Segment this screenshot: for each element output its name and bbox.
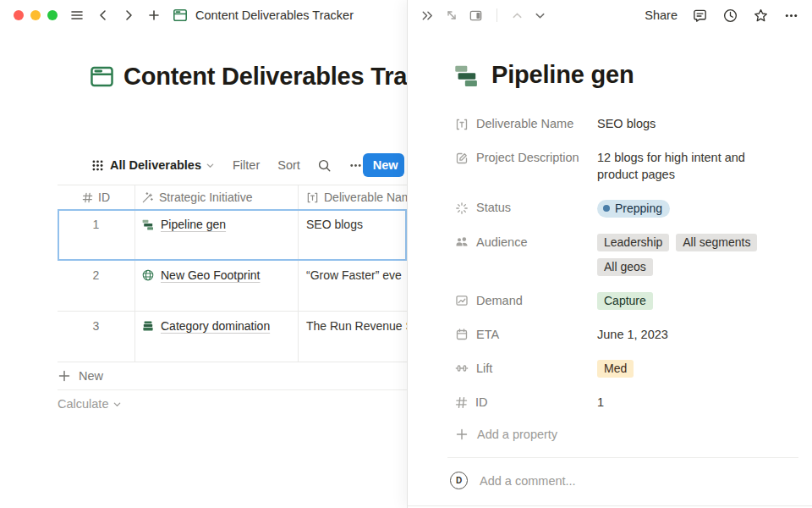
wand-icon (141, 191, 154, 204)
comments-icon[interactable] (692, 8, 708, 24)
pipeline-bars-icon[interactable] (453, 61, 480, 89)
toolbar-divider (497, 8, 497, 22)
share-button[interactable]: Share (645, 8, 678, 22)
cell-id[interactable]: 1 (58, 210, 135, 260)
sort-button[interactable]: Sort (277, 158, 300, 172)
title-icon (455, 118, 469, 131)
close-peek-double-chevron-icon[interactable] (420, 8, 435, 23)
new-record-button[interactable]: New (363, 153, 404, 177)
initiative-name: New Geo Footprint (161, 268, 261, 282)
minimize-window-button[interactable] (30, 10, 41, 20)
table-view-grid-icon (91, 159, 104, 172)
property-value[interactable]: 12 blogs for high intent and product pag… (597, 149, 787, 183)
add-property-label: Add a property (477, 428, 557, 441)
add-row-button[interactable]: New (58, 362, 407, 390)
property-value[interactable]: SEO blogs (597, 115, 656, 132)
previous-record-chevron-up-icon[interactable] (511, 9, 524, 22)
page-title[interactable]: Content Deliverables Tracker (123, 63, 407, 91)
cell-strategic-initiative[interactable]: Category domination (135, 312, 299, 362)
view-name[interactable]: All Deliverables (110, 158, 201, 172)
property-label[interactable]: Project Description (455, 149, 597, 167)
property-value[interactable]: June 1, 2023 (597, 326, 668, 343)
table-row[interactable]: 2 New Geo Footprint “Grow Faster” eve (58, 261, 407, 312)
database-table: ID Strategic Initiative Deliverable Name… (58, 185, 407, 362)
table-page-icon[interactable] (90, 64, 114, 89)
cell-deliverable-name[interactable]: The Run Revenue S (299, 312, 407, 362)
initiative-name: Pipeline gen (161, 218, 226, 231)
property-label[interactable]: ID (455, 394, 597, 411)
audience-tag[interactable]: All segments (676, 234, 757, 251)
property-name: Demand (476, 292, 523, 310)
property-label[interactable]: Deliverable Name (455, 115, 597, 133)
cell-deliverable-name[interactable]: SEO blogs (299, 210, 407, 260)
record-title[interactable]: Pipeline gen (491, 61, 634, 89)
status-tag[interactable]: Prepping (597, 200, 670, 218)
panel-toolbar-right: Share (645, 8, 799, 24)
property-label[interactable]: Lift (455, 360, 597, 378)
calculate-button[interactable]: Calculate (58, 390, 122, 417)
filter-button[interactable]: Filter (233, 158, 260, 172)
panel-toolbar-left (420, 8, 546, 23)
add-property-button[interactable]: Add a property (455, 428, 793, 441)
property-name: Audience (476, 234, 527, 251)
property-value[interactable]: Prepping (597, 199, 670, 218)
close-window-button[interactable] (14, 10, 24, 20)
demand-tag[interactable]: Capture (597, 292, 653, 310)
column-header-deliverable-name[interactable]: Deliverable Name (299, 185, 407, 209)
next-record-chevron-down-icon[interactable] (534, 9, 546, 22)
properties-list: Deliverable Name SEO blogs Project Descr… (455, 115, 793, 441)
favorite-star-icon[interactable] (753, 8, 769, 24)
status-dot (603, 205, 610, 212)
property-label[interactable]: Audience (455, 234, 597, 251)
tab-title[interactable]: Content Deliverables Tracker (195, 8, 354, 22)
side-peek-mode-icon[interactable] (469, 8, 483, 23)
property-row-demand: Demand Capture (455, 292, 793, 310)
globe-icon (141, 268, 155, 282)
property-value[interactable]: Leadership All segments All geos (597, 234, 787, 276)
search-icon[interactable] (317, 158, 332, 173)
updates-clock-icon[interactable] (722, 8, 738, 24)
property-value[interactable]: Med (597, 360, 634, 378)
audience-tag[interactable]: Leadership (597, 234, 669, 251)
column-header-id[interactable]: ID (58, 185, 135, 209)
property-row-deliverable-name: Deliverable Name SEO blogs (455, 115, 793, 133)
audience-tag[interactable]: All geos (597, 258, 653, 276)
main-window: Content Deliverables Tracker Content Del… (0, 0, 407, 508)
property-label[interactable]: ETA (455, 326, 597, 344)
app: Content Deliverables Tracker Content Del… (0, 0, 812, 508)
forward-icon[interactable] (122, 8, 135, 22)
cell-strategic-initiative[interactable]: Pipeline gen (135, 210, 299, 260)
property-name: ID (475, 394, 488, 411)
more-options-icon[interactable] (348, 158, 363, 173)
column-header-strategic-initiative[interactable]: Strategic Initiative (135, 185, 299, 209)
cell-id[interactable]: 3 (58, 312, 135, 362)
table-page-icon (173, 8, 188, 23)
relation-link[interactable]: New Geo Footprint (141, 268, 261, 282)
zoom-window-button[interactable] (47, 10, 58, 20)
property-label[interactable]: Demand (455, 292, 597, 310)
property-value[interactable]: 1 (597, 394, 604, 411)
cell-strategic-initiative[interactable]: New Geo Footprint (135, 261, 299, 311)
chevron-down-icon[interactable] (206, 161, 215, 170)
property-value[interactable]: Capture (597, 292, 653, 310)
panel-toolbar: Share (408, 0, 812, 30)
sidebar-menu-icon[interactable] (69, 8, 85, 23)
relation-link[interactable]: Category domination (141, 319, 270, 333)
more-options-icon[interactable] (783, 8, 799, 24)
cell-id[interactable]: 2 (58, 261, 135, 311)
calculate-label: Calculate (58, 397, 108, 411)
cell-deliverable-name[interactable]: “Grow Faster” eve (299, 261, 407, 311)
table-row[interactable]: 1 Pipeline gen SEO blogs (58, 210, 407, 261)
lift-tag[interactable]: Med (597, 360, 634, 378)
new-tab-plus-icon[interactable] (147, 8, 161, 22)
side-peek-panel: Share Pipeline gen (407, 0, 812, 508)
people-icon (455, 235, 469, 249)
expand-full-page-icon[interactable] (445, 8, 458, 22)
comment-composer[interactable]: D Add a comment... (450, 472, 576, 489)
comment-input-placeholder[interactable]: Add a comment... (480, 474, 576, 488)
relation-link[interactable]: Pipeline gen (141, 218, 226, 231)
back-icon[interactable] (96, 8, 110, 22)
table-row[interactable]: 3 Category domination The Run Revenue S (58, 312, 407, 362)
status-burst-icon (455, 202, 469, 215)
property-label[interactable]: Status (455, 199, 597, 217)
